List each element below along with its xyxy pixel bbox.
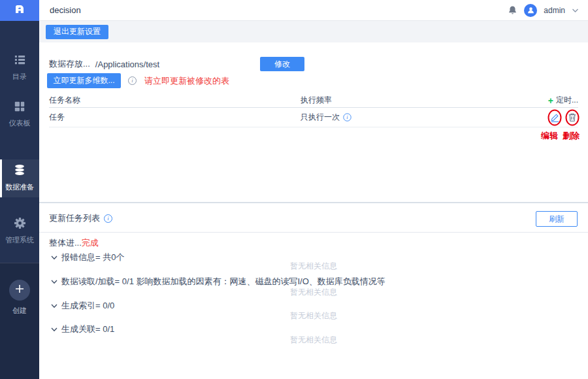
page-title: decision bbox=[50, 5, 81, 15]
edit-task-button[interactable] bbox=[549, 112, 561, 124]
user-avatar[interactable] bbox=[524, 4, 537, 17]
task-table-header: 任务名称 执行频率 + 定时... bbox=[49, 93, 578, 108]
section-label: 数据读取/加载= 0/1 影响数据加载的因素有：网速、磁盘的读写I/O、数据库负… bbox=[61, 276, 385, 288]
annotation-edit-label: 编辑 bbox=[541, 130, 558, 142]
empty-placeholder: 暂无相关信息 bbox=[39, 310, 588, 321]
chevron-down-icon[interactable] bbox=[572, 8, 579, 13]
mode-strip: 退出更新设置 bbox=[39, 21, 588, 42]
plus-icon: + bbox=[548, 96, 553, 105]
section-data-load-toggle[interactable]: 数据读取/加载= 0/1 影响数据加载的因素有：网速、磁盘的读写I/O、数据库负… bbox=[51, 276, 385, 288]
brand-icon bbox=[13, 3, 26, 18]
sidebar-item-data-preparation[interactable]: 数据准备 bbox=[0, 159, 39, 197]
sidebar-item-label: 管理系统 bbox=[5, 235, 34, 245]
sidebar-item-directory[interactable]: 目录 bbox=[0, 54, 39, 86]
task-frequency-cell: 只执行一次 bbox=[301, 112, 340, 123]
sidebar-item-label: 数据准备 bbox=[5, 182, 34, 192]
gear-icon bbox=[14, 217, 26, 232]
task-table: 任务名称 执行频率 + 定时... 任务 只执行一次 i bbox=[49, 93, 578, 127]
main-content: 数据存放... /Applications/test 修改 立即更新多维数...… bbox=[39, 42, 588, 379]
app-window: decision admin bbox=[0, 0, 588, 379]
app-logo[interactable] bbox=[0, 0, 39, 21]
section-label: 生成关联= 0/1 bbox=[61, 323, 114, 335]
username[interactable]: admin bbox=[544, 6, 565, 15]
modify-button[interactable]: 修改 bbox=[260, 57, 304, 71]
create-button[interactable] bbox=[9, 280, 30, 301]
chevron-down-icon bbox=[51, 255, 57, 260]
update-now-button[interactable]: 立即更新多维数... bbox=[47, 73, 121, 88]
sidebar-item-dashboard[interactable]: 仪表板 bbox=[0, 101, 39, 133]
top-bar: decision admin bbox=[39, 0, 588, 21]
delete-task-button[interactable] bbox=[566, 112, 578, 124]
storage-path-label: 数据存放... bbox=[49, 58, 90, 70]
section-divider bbox=[39, 202, 588, 203]
sidebar-item-label: 目录 bbox=[12, 72, 27, 82]
refresh-button[interactable]: 刷新 bbox=[536, 211, 578, 227]
column-task-name: 任务名称 bbox=[49, 95, 301, 106]
section-relation-toggle[interactable]: 生成关联= 0/1 bbox=[51, 323, 114, 335]
info-icon[interactable]: i bbox=[128, 76, 137, 85]
bell-icon[interactable] bbox=[508, 5, 517, 15]
dashboard-icon bbox=[14, 101, 25, 115]
exit-update-settings-button[interactable]: 退出更新设置 bbox=[46, 25, 108, 39]
task-name-cell: 任务 bbox=[49, 112, 301, 123]
sidebar-divider bbox=[0, 263, 39, 263]
chevron-down-icon bbox=[51, 303, 57, 308]
create-label: 创建 bbox=[12, 306, 27, 316]
add-schedule-label: 定时... bbox=[556, 95, 578, 106]
storage-path-value: /Applications/test bbox=[95, 59, 159, 69]
empty-placeholder: 暂无相关信息 bbox=[39, 287, 588, 298]
annotation-delete-label: 删除 bbox=[563, 130, 580, 142]
sidebar-create: 创建 bbox=[0, 280, 39, 316]
overall-progress-label: 整体进... bbox=[49, 238, 82, 248]
update-warning-text: 请立即更新被修改的表 bbox=[144, 75, 229, 87]
sidebar-item-label: 仪表板 bbox=[9, 118, 31, 128]
sidebar-nav: 目录 仪表板 数据准备 bbox=[0, 21, 39, 379]
active-indicator bbox=[0, 159, 2, 197]
list-icon bbox=[14, 54, 26, 69]
empty-placeholder: 暂无相关信息 bbox=[39, 261, 588, 272]
add-schedule-button[interactable]: + 定时... bbox=[548, 95, 578, 106]
sidebar-item-admin-system[interactable]: 管理系统 bbox=[0, 217, 39, 250]
task-table-row: 任务 只执行一次 i bbox=[49, 108, 578, 127]
empty-placeholder: 暂无相关信息 bbox=[39, 335, 588, 346]
database-icon bbox=[13, 163, 26, 179]
info-icon[interactable]: i bbox=[104, 214, 112, 223]
annotation-labels: 编辑 删除 bbox=[541, 130, 580, 142]
info-icon[interactable]: i bbox=[343, 113, 351, 121]
plus-icon bbox=[15, 284, 24, 296]
chevron-down-icon bbox=[51, 279, 57, 284]
update-task-list-title: 更新任务列表 bbox=[49, 212, 100, 224]
overall-progress-status: 完成 bbox=[82, 238, 99, 248]
chevron-down-icon bbox=[51, 327, 57, 332]
column-frequency: 执行频率 bbox=[301, 95, 548, 106]
list-divider bbox=[39, 232, 588, 233]
